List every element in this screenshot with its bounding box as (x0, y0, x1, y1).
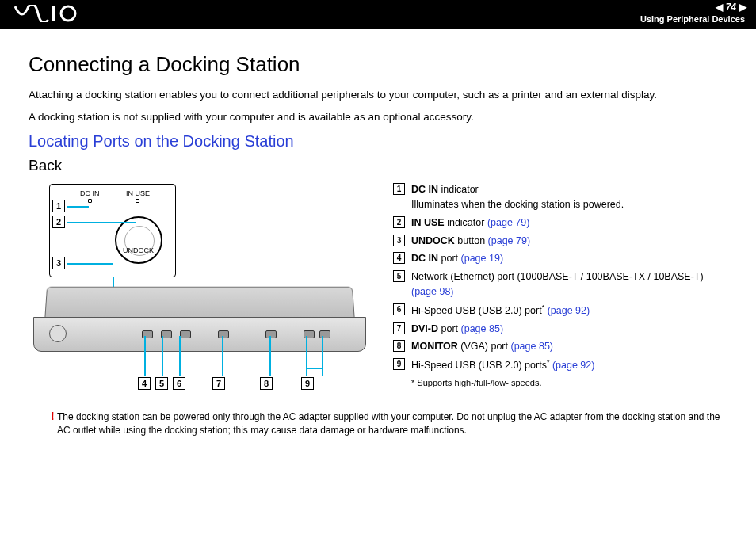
legend-item: 8MONITOR (VGA) port (page 85) (393, 339, 727, 354)
page-link[interactable]: (page 85) (510, 341, 553, 352)
legend-text: DVI-D port (page 85) (411, 322, 503, 337)
legend-item: 5Network (Ethernet) port (1000BASE-T / 1… (393, 269, 727, 299)
legend-item: 7DVI-D port (page 85) (393, 322, 727, 337)
in-use-label: IN USE (126, 189, 150, 197)
legend-number-box: 7 (393, 322, 405, 334)
warning-text: The docking station can be powered only … (57, 411, 720, 436)
dvi-d-port-icon (218, 330, 229, 338)
page-number: 74 (726, 2, 736, 13)
page-link[interactable]: (page 92) (549, 360, 594, 371)
page-link[interactable]: (page 92) (544, 305, 590, 316)
page-link[interactable]: (page 85) (461, 323, 504, 334)
legend-number-box: 2 (393, 216, 405, 228)
prev-page-arrow[interactable]: ◀ (716, 2, 723, 13)
callout-8: 8 (260, 377, 273, 390)
legend-text: DC IN indicatorIlluminates when the dock… (411, 182, 624, 212)
section-name: Using Peripheral Devices (640, 14, 745, 24)
legend-item: 4DC IN port (page 19) (393, 251, 727, 266)
legend-item: 6Hi-Speed USB (USB 2.0) port* (page 92) (393, 303, 727, 318)
undock-label: UNDOCK (123, 246, 154, 254)
legend-text: Hi-Speed USB (USB 2.0) port* (page 92) (411, 303, 590, 318)
page-link[interactable]: (page 19) (461, 253, 504, 264)
legend-number-box: 3 (393, 235, 405, 246)
legend-text: DC IN port (page 19) (411, 251, 503, 266)
in-use-led-icon (136, 199, 139, 203)
intro-text: Attaching a docking station enables you … (29, 88, 727, 124)
callout-2: 2 (52, 216, 65, 228)
svg-point-1 (61, 6, 75, 21)
legend-text: UNDOCK button (page 79) (411, 234, 530, 249)
page-link[interactable]: (page 98) (411, 286, 454, 297)
legend-item: 9Hi-Speed USB (USB 2.0) ports* (page 92) (393, 357, 727, 373)
next-page-arrow[interactable]: ▶ (739, 2, 746, 13)
page-title: Connecting a Docking Station (29, 52, 727, 77)
intro-p2: A docking station is not supplied with y… (29, 110, 727, 124)
intro-p1: Attaching a docking station enables you … (29, 88, 727, 102)
callout-5: 5 (155, 377, 168, 390)
legend-item: 2IN USE indicator (page 79) (393, 216, 727, 231)
legend-number-box: 9 (393, 358, 405, 370)
dock-body-icon (29, 285, 371, 364)
page-nav: ◀ 74 ▶ (716, 2, 746, 13)
callout-1: 1 (52, 200, 65, 212)
legend-number-box: 6 (393, 303, 405, 315)
warning-icon: ! (51, 409, 55, 425)
dc-in-label: DC IN (80, 189, 100, 197)
legend-text: Hi-Speed USB (USB 2.0) ports* (page 92) (411, 357, 594, 373)
undock-button-icon (115, 216, 162, 264)
page-link[interactable]: (page 79) (488, 235, 531, 246)
callout-9: 9 (301, 377, 314, 390)
svg-rect-0 (52, 6, 55, 21)
legend-number-box: 5 (393, 270, 405, 282)
legend-text: MONITOR (VGA) port (page 85) (411, 339, 553, 354)
usb-port-icon (180, 330, 191, 338)
legend-number-box: 4 (393, 252, 405, 264)
page-link[interactable]: (page 79) (487, 217, 530, 228)
docking-station-diagram: DC IN IN USE UNDOCK 1 2 3 (29, 181, 377, 396)
callout-6: 6 (173, 377, 185, 390)
vga-port-icon (265, 330, 277, 338)
legend-text: IN USE indicator (page 79) (411, 216, 529, 231)
legend-item: 3UNDOCK button (page 79) (393, 234, 727, 249)
callout-4: 4 (138, 377, 151, 390)
subheading: Locating Ports on the Docking Station (29, 132, 727, 151)
legend-number-box: 1 (393, 183, 405, 195)
footnote: * Supports high-/full-/low- speeds. (411, 376, 727, 390)
callout-3: 3 (52, 257, 65, 269)
legend-item: 1DC IN indicatorIlluminates when the doc… (393, 182, 727, 212)
legend-number-box: 8 (393, 340, 405, 352)
legend-text: Network (Ethernet) port (1000BASE-T / 10… (411, 269, 727, 299)
dc-in-led-icon (88, 199, 92, 203)
warning-note: ! The docking station can be powered onl… (29, 410, 727, 437)
header-bar: ◀ 74 ▶ Using Peripheral Devices (0, 0, 756, 29)
view-label: Back (29, 157, 727, 174)
callout-7: 7 (212, 377, 225, 390)
legend-list: 1DC IN indicatorIlluminates when the doc… (393, 181, 727, 389)
vaio-logo (14, 5, 81, 27)
page-content: Connecting a Docking Station Attaching a… (0, 29, 756, 445)
